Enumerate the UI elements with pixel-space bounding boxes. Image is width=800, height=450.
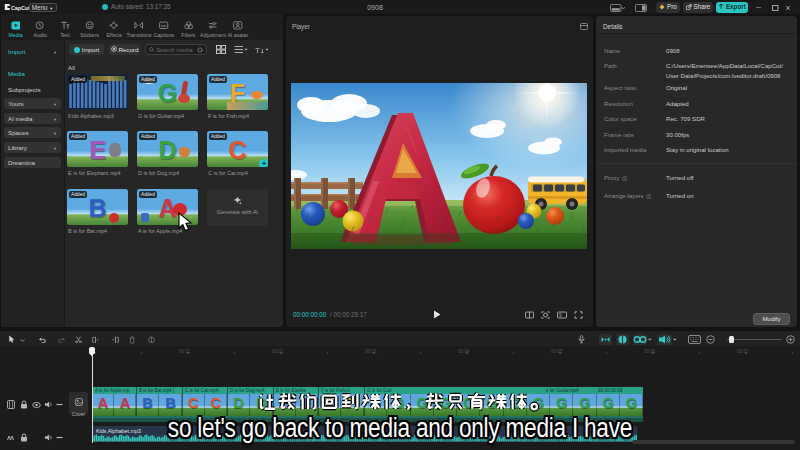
svg-text:9: 9 xyxy=(559,313,562,318)
svg-text:T: T xyxy=(255,45,260,54)
svg-text:CapCut: CapCut xyxy=(11,5,30,11)
